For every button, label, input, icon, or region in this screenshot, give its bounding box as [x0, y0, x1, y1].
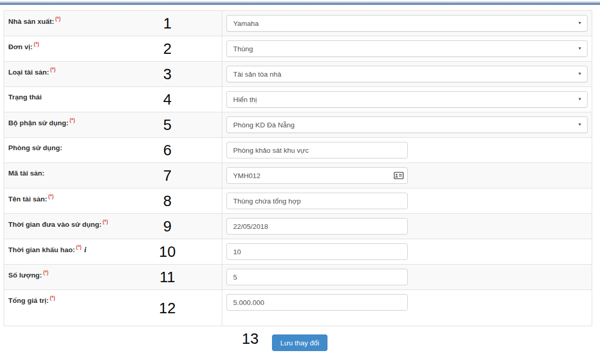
annotation-number: 5 — [151, 118, 184, 133]
annotation-number: 2 — [151, 41, 184, 56]
label-cell: Trạng thái4 — [4, 87, 222, 112]
label-cell: Đơn vị:(*)2 — [4, 36, 222, 61]
input-value: YMH012 — [233, 172, 261, 180]
total-value-input[interactable]: 5.000.000 — [226, 294, 408, 311]
field-label: Bộ phận sử dụng: — [8, 119, 68, 127]
field-label: Tổng giá trị: — [8, 297, 49, 304]
input-value: 5.000.000 — [233, 299, 264, 307]
save-button[interactable]: Lưu thay đổi — [272, 334, 327, 351]
annotation-number: 9 — [151, 219, 184, 234]
field-label: Loại tài sản: — [8, 68, 49, 76]
required-marker: (*) — [76, 244, 82, 250]
label-cell: Nhà sản xuất:(*)1 — [4, 11, 222, 36]
label-cell: Thời gian đưa vào sử dụng:(*)9 — [4, 214, 222, 239]
control-cell: YMH012 — [222, 163, 592, 188]
field-label: Số lượng: — [8, 271, 42, 279]
form-row: Nhà sản xuất:(*)1Yamaha▼ — [4, 11, 592, 36]
annotation-number: 11 — [151, 270, 184, 285]
dropdown-caret-icon: ▼ — [578, 97, 582, 101]
required-marker: (*) — [50, 295, 55, 301]
control-cell: 22/05/2018 — [222, 214, 592, 239]
form-row: Số lượng:(*)115 — [4, 265, 592, 290]
annotation-number: 4 — [151, 92, 184, 107]
required-marker: (*) — [48, 194, 54, 199]
control-cell: 5 — [222, 265, 592, 289]
info-icon: i — [84, 245, 86, 254]
form-row: Thời gian đưa vào sử dụng:(*)922/05/2018 — [4, 214, 592, 239]
required-marker: (*) — [50, 67, 56, 72]
label-cell: Tên tài sản:(*)8 — [4, 188, 222, 213]
control-cell: 5.000.000 — [222, 290, 592, 326]
field-label: Trạng thái — [8, 93, 42, 101]
dropdown-caret-icon: ▼ — [578, 72, 582, 76]
room-input[interactable]: Phòng khảo sát khu vực — [226, 142, 408, 158]
selected-value: Yamaha — [233, 20, 259, 27]
form-row: Phòng sử dụng:6Phòng khảo sát khu vực — [4, 138, 592, 163]
unit-select[interactable]: Thùng▼ — [226, 40, 588, 57]
required-marker: (*) — [103, 219, 108, 225]
form-row: Mã tài sản:7YMH012 — [4, 163, 592, 188]
form-row: Thời gian khấu hao:(*)i1010 — [4, 239, 592, 265]
annotation-number: 12 — [151, 300, 184, 315]
form-row: Loại tài sản:(*)3Tài sản tòa nhà▼ — [4, 62, 592, 87]
annotation-number: 6 — [151, 143, 184, 158]
input-value: Thùng chứa tổng hợp — [233, 197, 301, 205]
selected-value: Phòng KD Đà Nẵng — [233, 121, 295, 129]
field-label: Mã tài sản: — [8, 169, 45, 177]
contact-card-icon — [394, 172, 404, 179]
required-marker: (*) — [55, 16, 61, 22]
control-cell: Phòng KD Đà Nẵng▼ — [222, 112, 592, 137]
start-date-input[interactable]: 22/05/2018 — [226, 218, 408, 235]
department-select[interactable]: Phòng KD Đà Nẵng▼ — [226, 117, 588, 133]
control-cell: Yamaha▼ — [222, 11, 592, 36]
annotation-number: 8 — [151, 194, 184, 209]
required-marker: (*) — [69, 118, 75, 123]
form-row: Tên tài sản:(*)8Thùng chứa tổng hợp — [4, 188, 592, 214]
control-cell: 10 — [222, 239, 592, 264]
dropdown-caret-icon: ▼ — [578, 47, 582, 51]
form-row: Đơn vị:(*)2Thùng▼ — [4, 36, 592, 62]
control-cell: Thùng chứa tổng hợp — [222, 188, 592, 213]
input-value: 5 — [233, 273, 237, 281]
asset-code-input[interactable]: YMH012 — [226, 167, 408, 184]
label-cell: Số lượng:(*)11 — [4, 265, 222, 289]
label-cell: Loại tài sản:(*)3 — [4, 62, 222, 86]
annotation-number: 3 — [151, 67, 184, 82]
form-row: Trạng thái4Hiển thị▼ — [4, 87, 592, 112]
form-row: Tổng giá trị:(*)125.000.000 — [4, 290, 592, 326]
annotation-number-footer: 13 — [239, 331, 262, 347]
control-cell: Thùng▼ — [222, 36, 592, 61]
selected-value: Hiển thị — [233, 96, 257, 104]
annotation-number: 10 — [151, 244, 184, 259]
label-cell: Mã tài sản:7 — [4, 163, 222, 188]
asset-name-input[interactable]: Thùng chứa tổng hợp — [226, 193, 408, 209]
quantity-input[interactable]: 5 — [226, 269, 408, 285]
input-value: 22/05/2018 — [233, 223, 268, 230]
label-cell: Bộ phận sử dụng:(*)5 — [4, 112, 222, 137]
input-value: Phòng khảo sát khu vực — [233, 147, 309, 154]
label-cell: Thời gian khấu hao:(*)i10 — [4, 239, 222, 264]
top-accent-bar — [0, 1, 600, 5]
asset-edit-form: Nhà sản xuất:(*)1Yamaha▼Đơn vị:(*)2Thùng… — [4, 10, 592, 326]
field-label: Nhà sản xuất: — [8, 18, 54, 25]
annotation-number: 1 — [151, 16, 184, 31]
required-marker: (*) — [43, 270, 49, 275]
annotation-number: 7 — [151, 168, 184, 183]
selected-value: Thùng — [233, 45, 253, 53]
selected-value: Tài sản tòa nhà — [233, 70, 281, 78]
status-select[interactable]: Hiển thị▼ — [226, 91, 588, 108]
field-label: Phòng sử dụng: — [8, 144, 62, 152]
field-label: Thời gian khấu hao: — [8, 246, 75, 254]
label-cell: Phòng sử dụng:6 — [4, 138, 222, 163]
control-cell: Tài sản tòa nhà▼ — [222, 62, 592, 86]
field-label: Đơn vị: — [8, 43, 33, 51]
control-cell: Phòng khảo sát khu vực — [222, 138, 592, 163]
manufacturer-select[interactable]: Yamaha▼ — [226, 15, 588, 32]
input-value: 10 — [233, 248, 241, 256]
asset-type-select[interactable]: Tài sản tòa nhà▼ — [226, 66, 588, 82]
field-label: Tên tài sản: — [8, 195, 47, 203]
form-row: Bộ phận sử dụng:(*)5Phòng KD Đà Nẵng▼ — [4, 112, 592, 138]
dropdown-caret-icon: ▼ — [578, 123, 582, 127]
depreciation-time-input[interactable]: 10 — [226, 243, 408, 260]
control-cell: Hiển thị▼ — [222, 87, 592, 112]
